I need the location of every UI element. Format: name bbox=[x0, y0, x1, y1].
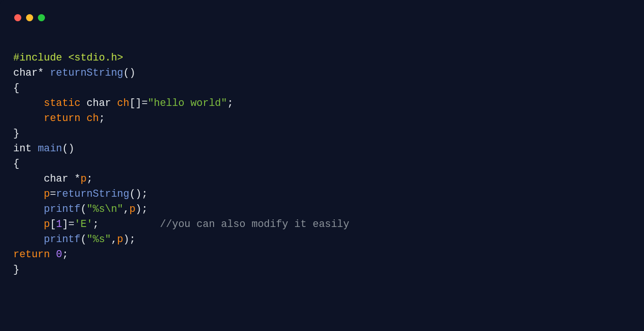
function-call: returnString bbox=[56, 188, 129, 200]
function-name: main bbox=[38, 143, 63, 154]
open-paren: ( bbox=[80, 203, 87, 215]
semicolon: ; bbox=[87, 173, 93, 184]
semicolon: ; bbox=[62, 249, 68, 260]
type-keyword: char bbox=[87, 97, 111, 109]
open-brace: { bbox=[13, 158, 19, 169]
string-literal: "hello world" bbox=[148, 97, 227, 109]
identifier: p bbox=[80, 173, 87, 184]
semicolon: ; bbox=[99, 113, 105, 124]
string-literal: "%s\n" bbox=[87, 203, 123, 215]
type-keyword: char bbox=[44, 173, 69, 184]
identifier: ch bbox=[117, 97, 129, 109]
pointer-star: * bbox=[38, 67, 44, 78]
type-keyword: char bbox=[13, 67, 38, 78]
comment: //you can also modify it easily bbox=[160, 218, 349, 230]
identifier: ch bbox=[87, 113, 99, 124]
identifier: p bbox=[129, 203, 135, 215]
semicolon: ; bbox=[93, 218, 99, 230]
comma: , bbox=[111, 234, 117, 245]
string-literal: "%s" bbox=[87, 234, 111, 245]
function-call: printf bbox=[44, 234, 80, 245]
comma: , bbox=[123, 203, 129, 215]
code-window: #include <stdio.h> char* returnString() … bbox=[0, 0, 644, 331]
paren-pair: () bbox=[123, 67, 135, 78]
char-literal: 'E' bbox=[74, 218, 93, 230]
window-titlebar bbox=[0, 0, 644, 26]
equals: = bbox=[50, 188, 56, 200]
function-name: returnString bbox=[50, 67, 123, 78]
return-keyword: return bbox=[13, 249, 50, 260]
close-brace: } bbox=[13, 128, 19, 139]
type-keyword: int bbox=[13, 143, 32, 154]
include-header: <stdio.h> bbox=[68, 52, 123, 63]
paren-pair: () bbox=[62, 143, 74, 154]
close-paren-semi: ); bbox=[135, 203, 148, 215]
number-literal: 1 bbox=[56, 218, 62, 230]
identifier: p bbox=[44, 218, 50, 230]
close-brace: } bbox=[13, 264, 19, 275]
open-paren: ( bbox=[80, 234, 87, 245]
return-keyword: return bbox=[44, 113, 80, 124]
paren-semi: (); bbox=[129, 188, 148, 200]
close-paren-semi: ); bbox=[123, 234, 135, 245]
pointer-star: * bbox=[74, 173, 80, 184]
close-bracket-eq: ]= bbox=[62, 218, 74, 230]
function-call: printf bbox=[44, 203, 80, 215]
traffic-light-minimize-icon[interactable] bbox=[26, 14, 33, 21]
identifier: p bbox=[44, 188, 50, 200]
code-block: #include <stdio.h> char* returnString() … bbox=[0, 26, 644, 277]
static-keyword: static bbox=[44, 97, 80, 109]
preprocessor-directive: #include bbox=[13, 52, 62, 63]
number-literal: 0 bbox=[56, 249, 62, 260]
brackets-eq: []= bbox=[129, 97, 148, 109]
identifier: p bbox=[117, 234, 123, 245]
traffic-light-zoom-icon[interactable] bbox=[38, 14, 45, 21]
traffic-light-close-icon[interactable] bbox=[14, 14, 21, 21]
open-bracket: [ bbox=[50, 218, 56, 230]
open-brace: { bbox=[13, 82, 19, 94]
semicolon: ; bbox=[227, 97, 233, 109]
